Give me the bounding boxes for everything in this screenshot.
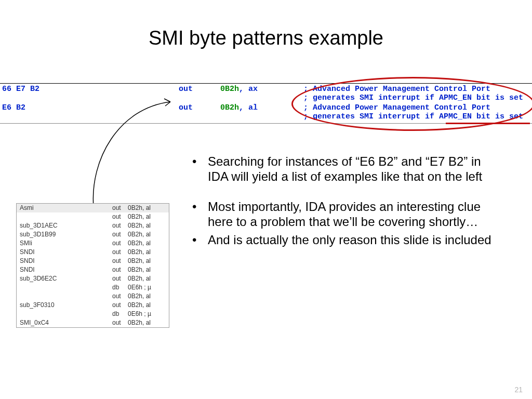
bullet-item: • Most importantly, IDA provides an inte… xyxy=(190,199,498,230)
mnemonic: out xyxy=(112,221,128,230)
table-row: SNDIout0B2h, al xyxy=(17,257,169,265)
operands: 0B2h, ax xyxy=(220,84,303,94)
func-name: sub_3D6E2C xyxy=(20,274,112,283)
table-row: sub_3D1AECout0B2h, al xyxy=(17,221,169,230)
comment: ; Advanced Power Management Control Port… xyxy=(303,102,523,121)
table-row: sub_3D1B99out0B2h, al xyxy=(17,230,169,239)
func-name xyxy=(20,283,112,292)
mnemonic: out xyxy=(112,204,128,212)
mnemonic: out xyxy=(112,230,128,239)
bullet-dot-icon: • xyxy=(190,232,208,247)
operand: 0B2h, al xyxy=(128,274,166,283)
func-name: sub_3D1B99 xyxy=(20,230,112,239)
table-row: out0B2h, al xyxy=(17,212,169,221)
slide: SMI byte patterns example 66 E7 B2 out 0… xyxy=(0,0,532,399)
table-row: Asmiout0B2h, al xyxy=(17,204,169,212)
bullet-list: • Searching for instances of “E6 B2” and… xyxy=(190,154,498,262)
func-name: SNDI xyxy=(20,257,112,265)
func-name xyxy=(20,292,112,301)
mnemonic: out xyxy=(112,257,128,265)
func-name: SMI_0xC4 xyxy=(20,318,112,327)
bullet-dot-icon: • xyxy=(190,199,208,230)
func-name: sub_3F0310 xyxy=(20,301,112,310)
disasm-row-2: E6 B2 out 0B2h, al ; Advanced Power Mana… xyxy=(0,102,532,121)
table-row: out0B2h, al xyxy=(17,292,169,301)
operand: 0E6h ; µ xyxy=(128,283,166,292)
bullet-text: And is actually the only reason this sli… xyxy=(208,232,498,247)
operand: 0B2h, al xyxy=(128,265,166,274)
operand: 0B2h, al xyxy=(128,239,166,248)
table-row: db0E6h ; µ xyxy=(17,310,169,318)
table-row: db0E6h ; µ xyxy=(17,283,169,292)
bytes: E6 B2 xyxy=(0,102,179,112)
bullet-text: Searching for instances of “E6 B2” and “… xyxy=(208,154,498,184)
bullet-item: • And is actually the only reason this s… xyxy=(190,232,498,247)
ida-results-table: Asmiout0B2h, alout0B2h, alsub_3D1AECout0… xyxy=(16,203,169,328)
bullet-text: Most importantly, IDA provides an intere… xyxy=(208,199,498,230)
operand: 0E6h ; µ xyxy=(128,310,166,318)
operand: 0B2h, al xyxy=(128,212,166,221)
table-row: SMIiout0B2h, al xyxy=(17,239,169,248)
mnemonic: out xyxy=(112,292,128,301)
operand: 0B2h, al xyxy=(128,292,166,301)
mnemonic: out xyxy=(112,301,128,310)
table-row: sub_3F0310out0B2h, al xyxy=(17,301,169,310)
mnemonic: out xyxy=(112,318,128,327)
annotation-underline-icon xyxy=(446,123,530,124)
operand: 0B2h, al xyxy=(128,204,166,212)
func-name: sub_3D1AEC xyxy=(20,221,112,230)
operand: 0B2h, al xyxy=(128,230,166,239)
mnemonic: out xyxy=(179,84,220,94)
mnemonic: out xyxy=(112,265,128,274)
func-name: SMIi xyxy=(20,239,112,248)
operand: 0B2h, al xyxy=(128,257,166,265)
operand: 0B2h, al xyxy=(128,221,166,230)
page-number: 21 xyxy=(514,385,523,394)
operands: 0B2h, al xyxy=(220,102,303,112)
func-name: SNDI xyxy=(20,248,112,257)
operand: 0B2h, al xyxy=(128,248,166,257)
mnemonic: out xyxy=(112,239,128,248)
table-row: SNDIout0B2h, al xyxy=(17,248,169,257)
table-row: SNDIout0B2h, al xyxy=(17,265,169,274)
mnemonic: out xyxy=(112,274,128,283)
mnemonic: out xyxy=(112,248,128,257)
operand: 0B2h, al xyxy=(128,301,166,310)
bullet-dot-icon: • xyxy=(190,154,208,184)
slide-title: SMI byte patterns example xyxy=(0,27,532,49)
func-name: Asmi xyxy=(20,204,112,212)
func-name xyxy=(20,212,112,221)
disassembly-strip: 66 E7 B2 out 0B2h, ax ; Advanced Power M… xyxy=(0,83,532,124)
mnemonic: out xyxy=(112,212,128,221)
bullet-item: • Searching for instances of “E6 B2” and… xyxy=(190,154,498,184)
operand: 0B2h, al xyxy=(128,318,166,327)
comment: ; Advanced Power Management Control Port… xyxy=(303,84,523,102)
disasm-row-1: 66 E7 B2 out 0B2h, ax ; Advanced Power M… xyxy=(0,84,532,102)
bytes: 66 E7 B2 xyxy=(0,84,179,94)
mnemonic: out xyxy=(179,102,220,112)
mnemonic: db xyxy=(112,283,128,292)
table-row: SMI_0xC4out0B2h, al xyxy=(17,318,169,327)
func-name xyxy=(20,310,112,318)
table-row: sub_3D6E2Cout0B2h, al xyxy=(17,274,169,283)
func-name: SNDI xyxy=(20,265,112,274)
mnemonic: db xyxy=(112,310,128,318)
